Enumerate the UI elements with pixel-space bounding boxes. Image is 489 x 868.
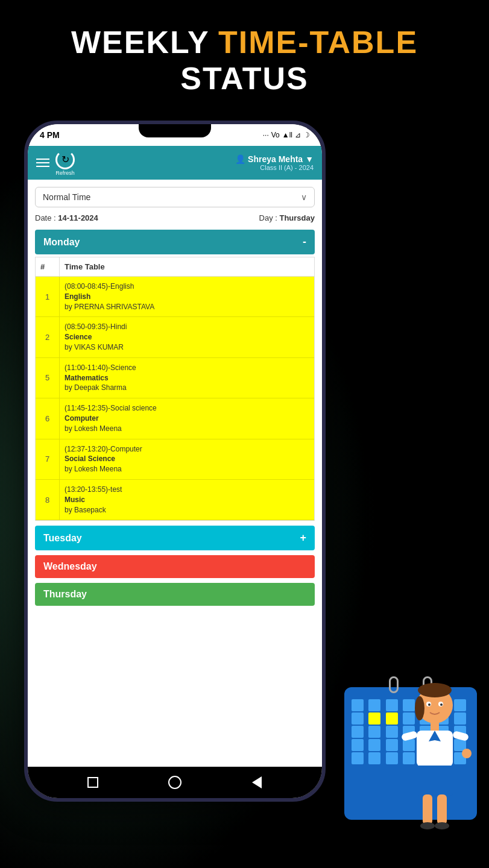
network-icon: Vo <box>271 131 280 139</box>
nav-back-button[interactable] <box>250 776 263 789</box>
wednesday-label: Wednesday <box>43 561 97 572</box>
svg-point-1 <box>418 683 452 697</box>
monday-header[interactable]: Monday - <box>35 230 315 254</box>
refresh-label: Refresh <box>55 170 75 176</box>
svg-rect-13 <box>417 766 453 796</box>
battery-icon: ⊿ <box>295 131 301 139</box>
user-name[interactable]: 👤 Shreya Mehta ▼ <box>235 154 314 164</box>
row-num-6: 6 <box>36 398 60 438</box>
table-row: 7 (12:37-13:20)-ComputerSocial Science b… <box>36 439 314 480</box>
phone-notch <box>139 124 211 137</box>
recent-icon <box>87 777 98 788</box>
svg-point-16 <box>420 822 435 829</box>
row-subject-6: (11:45-12:35)-Social scienceComputer by … <box>60 398 314 438</box>
thursday-label: Thursday <box>43 589 87 600</box>
wednesday-header[interactable]: Wednesday <box>35 555 315 578</box>
day-display: Day : Thursday <box>259 213 315 222</box>
tuesday-label: Tuesday <box>43 533 82 544</box>
home-icon <box>168 776 181 789</box>
refresh-button[interactable]: ↻ Refresh <box>55 150 75 176</box>
monday-label: Monday <box>43 237 80 248</box>
row-subject-5: (11:00-11:40)-ScienceMathematics by Deep… <box>60 358 314 398</box>
svg-rect-14 <box>423 794 432 825</box>
table-row: 2 (08:50-09:35)-HindiScience by VIKAS KU… <box>36 317 314 357</box>
monday-section: Monday - # Time Table 1 (08:00-08:45)-En… <box>35 230 315 521</box>
wednesday-section: Wednesday <box>35 555 315 578</box>
table-row: 6 (11:45-12:35)-Social scienceComputer b… <box>36 398 314 439</box>
dropdown-arrow-nav: ▼ <box>305 154 314 164</box>
user-icon: 👤 <box>235 154 245 164</box>
row-subject-2: (08:50-09:35)-HindiScience by VIKAS KUMA… <box>60 317 314 357</box>
signal-icon: ··· <box>263 131 269 139</box>
wifi-icon: ▲ll <box>282 131 292 139</box>
back-icon <box>252 776 262 788</box>
tuesday-header[interactable]: Tuesday + <box>35 526 315 550</box>
svg-rect-11 <box>452 731 469 741</box>
nav-home-button[interactable] <box>168 776 181 789</box>
monday-timetable: # Time Table 1 (08:00-08:45)-EnglishEngl… <box>35 257 315 521</box>
title-status: STATUS <box>0 60 489 96</box>
col-timetable: Time Table <box>60 257 314 276</box>
row-num-8: 8 <box>36 480 60 520</box>
dropdown-chevron: ∨ <box>301 192 307 202</box>
class-info: Class II (A) - 2024 <box>260 164 314 171</box>
table-row: 1 (08:00-08:45)-EnglishEnglish by PRERNA… <box>36 277 314 317</box>
row-subject-8: (13:20-13:55)-testMusic by Basepack <box>60 480 314 520</box>
date-display: Date : 14-11-2024 <box>35 213 98 222</box>
row-num-1: 1 <box>36 277 60 316</box>
col-num: # <box>36 257 60 276</box>
svg-rect-10 <box>401 731 418 741</box>
status-icons: ··· Vo ▲ll ⊿ ☽ <box>263 131 310 139</box>
status-time: 4 PM <box>40 130 60 140</box>
time-type-dropdown[interactable]: Normal Time ∨ <box>35 187 315 207</box>
svg-point-6 <box>440 703 443 706</box>
hamburger-menu[interactable] <box>36 159 49 167</box>
dropdown-selected: Normal Time <box>43 192 90 202</box>
table-row: 5 (11:00-11:40)-ScienceMathematics by De… <box>36 358 314 398</box>
row-subject-1: (08:00-08:45)-EnglishEnglish by PRERNA S… <box>60 277 314 316</box>
tuesday-toggle: + <box>300 532 306 544</box>
monday-toggle: - <box>303 236 306 248</box>
svg-point-5 <box>428 703 431 706</box>
thursday-section: Thursday <box>35 583 315 606</box>
title-timetable: TIME-TABLE <box>218 25 418 60</box>
svg-point-2 <box>415 696 424 720</box>
refresh-icon: ↻ <box>55 150 75 169</box>
moon-icon: ☽ <box>303 131 310 139</box>
phone-mockup: 4 PM ··· Vo ▲ll ⊿ ☽ ↻ Refresh <box>24 121 326 802</box>
character-figure <box>386 675 483 844</box>
timetable-header: # Time Table <box>36 257 314 277</box>
svg-point-12 <box>462 749 472 758</box>
nav-recent-button[interactable] <box>86 776 99 789</box>
top-nav: ↻ Refresh 👤 Shreya Mehta ▼ Class II (A) … <box>28 146 322 180</box>
title-weekly: WEEKLY <box>71 25 210 60</box>
svg-rect-7 <box>431 722 439 731</box>
row-num-7: 7 <box>36 439 60 479</box>
row-subject-7: (12:37-13:20)-ComputerSocial Science by … <box>60 439 314 479</box>
app-content: Normal Time ∨ Date : 14-11-2024 Day : Th… <box>28 180 322 767</box>
row-num-5: 5 <box>36 358 60 398</box>
tuesday-section: Tuesday + <box>35 526 315 550</box>
page-title: WEEKLY TIME-TABLE STATUS <box>0 24 489 96</box>
thursday-header[interactable]: Thursday <box>35 583 315 606</box>
svg-rect-15 <box>437 794 447 825</box>
date-row: Date : 14-11-2024 Day : Thursday <box>35 213 315 222</box>
row-num-2: 2 <box>36 317 60 357</box>
bottom-nav <box>28 767 322 798</box>
svg-point-17 <box>435 822 449 829</box>
table-row: 8 (13:20-13:55)-testMusic by Basepack <box>36 480 314 520</box>
